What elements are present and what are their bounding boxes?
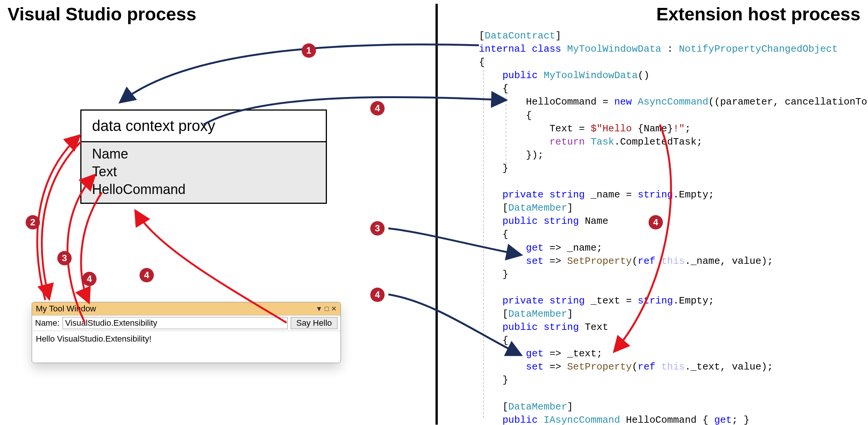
heading-left: Visual Studio process <box>8 4 196 25</box>
badge-3-right: 3 <box>370 221 385 236</box>
data-context-proxy-box: data context proxy Name Text HelloComman… <box>80 109 327 204</box>
proxy-row-hellocommand: HelloCommand <box>92 181 315 199</box>
tool-window-dropdown-icon[interactable]: ▼ <box>316 305 322 313</box>
badge-4-left-a: 4 <box>82 272 97 286</box>
process-divider <box>436 4 438 425</box>
name-input[interactable] <box>63 317 288 329</box>
heading-right: Extension host process <box>656 4 860 25</box>
proxy-title: data context proxy <box>81 111 326 142</box>
tool-window-maximize-icon[interactable]: □ <box>325 305 329 313</box>
proxy-row-name: Name <box>92 145 315 163</box>
tool-window-title: My Tool Window <box>36 304 313 314</box>
tool-window-titlebar: My Tool Window ▼ □ ✕ <box>32 302 340 316</box>
code-block: [DataContract] internal class MyToolWind… <box>479 29 868 425</box>
tool-window-output: Hello VisualStudio.Extensibility! <box>32 331 340 363</box>
badge-3-left: 3 <box>57 251 72 265</box>
tool-window: My Tool Window ▼ □ ✕ Name: Say Hello Hel… <box>32 302 341 363</box>
badge-4-right: 4 <box>370 288 385 302</box>
name-label: Name: <box>35 318 60 328</box>
badge-1: 1 <box>302 43 316 58</box>
badge-2: 2 <box>26 215 40 229</box>
badge-4-left-b: 4 <box>140 268 154 282</box>
say-hello-button[interactable]: Say Hello <box>291 317 337 329</box>
proxy-row-text: Text <box>92 163 315 181</box>
proxy-rows: Name Text HelloCommand <box>81 142 326 203</box>
tool-window-input-row: Name: Say Hello <box>32 316 340 331</box>
tool-window-close-icon[interactable]: ✕ <box>331 305 337 313</box>
badge-4-top-right: 4 <box>370 101 385 115</box>
